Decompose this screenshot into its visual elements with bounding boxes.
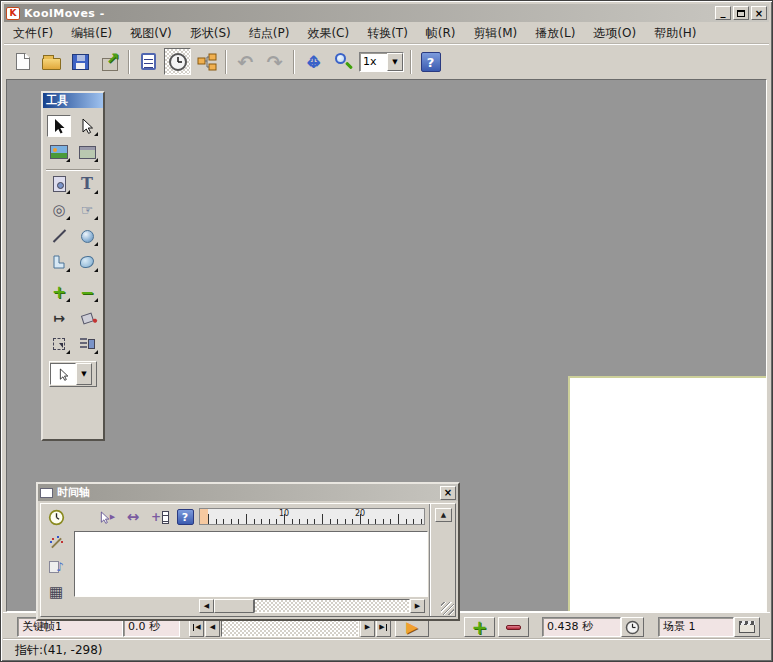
zoom-button[interactable] — [329, 48, 356, 75]
timeline-body: ▶ ↔ + ? 10 20 ▲ ♪ ▦ — [40, 503, 456, 617]
menu-transform[interactable]: 转换(T) — [358, 22, 417, 44]
undo-button[interactable]: ↶ — [232, 48, 259, 75]
clock-icon — [168, 52, 188, 72]
select-points-tool[interactable] — [47, 333, 71, 355]
timeline-toggle-button[interactable] — [164, 48, 191, 75]
timeline-clock-button[interactable] — [44, 507, 68, 527]
timeline-effects-button[interactable] — [44, 532, 68, 554]
ruler-label-10: 10 — [279, 509, 289, 518]
subselect-tool[interactable] — [75, 115, 99, 137]
export-movie-button[interactable]: ↗ — [96, 48, 123, 75]
timeline-help-button[interactable]: ? — [175, 509, 195, 525]
menu-effect[interactable]: 效果(C) — [298, 22, 358, 44]
minimize-icon: _ — [721, 6, 726, 17]
menu-bar: 文件(F) 编辑(E) 视图(V) 形状(S) 结点(P) 效果(C) 转换(T… — [4, 22, 769, 44]
menu-clip[interactable]: 剪辑(M) — [465, 22, 527, 44]
close-button[interactable]: × — [751, 6, 767, 20]
menu-shape[interactable]: 形状(S) — [181, 22, 240, 44]
plus-icon: + — [472, 619, 488, 635]
open-file-button[interactable] — [38, 48, 65, 75]
menu-point[interactable]: 结点(P) — [240, 22, 299, 44]
scene-name-field[interactable]: 场景 1 — [658, 617, 734, 637]
play-icon: ▶ — [406, 620, 418, 635]
timeline-close-button[interactable]: × — [440, 486, 456, 500]
select-tool[interactable] — [47, 115, 71, 137]
help-icon: ? — [421, 52, 441, 72]
zoom-dropdown-arrow-icon[interactable]: ▼ — [387, 53, 403, 71]
resize-grip-icon[interactable] — [441, 602, 454, 615]
title-bar[interactable]: K KoolMoves - _ × — [4, 4, 769, 22]
scrollbar-track[interactable] — [254, 599, 410, 613]
scroll-left-button[interactable]: ◀ — [199, 599, 214, 613]
minimize-button[interactable]: _ — [715, 6, 731, 20]
menu-play[interactable]: 播放(L) — [526, 22, 584, 44]
polygon-tool[interactable] — [47, 251, 71, 273]
subselect-arrow-icon — [80, 118, 94, 134]
timeline-horizontal-scrollbar[interactable]: ◀ ▶ — [199, 599, 425, 613]
save-button[interactable] — [67, 48, 94, 75]
properties-list-button[interactable] — [135, 48, 162, 75]
menu-frame[interactable]: 帧(R) — [417, 22, 465, 44]
remove-points-tool[interactable]: − — [75, 281, 99, 303]
first-frame-bar-icon — [193, 624, 194, 631]
stretch-arrow-icon: ↔ — [127, 508, 140, 526]
timeline-stretch-button[interactable]: ↔ — [123, 509, 143, 525]
snap-mode-dropdown[interactable]: ▼ — [49, 361, 97, 387]
scrollbar-thumb[interactable] — [214, 599, 254, 613]
left-arrow-icon: ◀ — [204, 602, 209, 610]
new-file-button[interactable] — [9, 48, 36, 75]
menu-view[interactable]: 视图(V) — [121, 22, 181, 44]
menu-file[interactable]: 文件(F) — [4, 22, 62, 44]
clapperboard-icon — [739, 621, 755, 633]
object-tree-button[interactable] — [193, 48, 220, 75]
import-image-tool[interactable] — [47, 141, 71, 163]
window-title: KoolMoves - — [24, 7, 713, 20]
help-button[interactable]: ? — [417, 48, 444, 75]
image-icon — [50, 145, 68, 159]
tools-palette-title[interactable]: 工具 — [43, 93, 103, 108]
timing-button[interactable] — [621, 617, 644, 637]
timeline-title: 时间轴 — [57, 485, 438, 500]
media-player-tool[interactable] — [47, 173, 71, 195]
tools-palette: 工具 T ◎ ☞ + — [41, 91, 105, 441]
freehand-tool[interactable] — [75, 251, 99, 273]
timeline-scroll-up-button[interactable]: ▲ — [435, 508, 452, 522]
timeline-title-bar[interactable]: 时间轴 × — [38, 484, 458, 501]
redo-button[interactable]: ↷ — [261, 48, 288, 75]
move-arrows-icon: ↔↕ — [304, 52, 324, 72]
movie-clip-tool[interactable]: ◎ — [47, 199, 71, 221]
timeline-ruler[interactable]: 10 20 — [199, 508, 425, 525]
window-tool[interactable] — [75, 141, 99, 163]
timeline-add-frame-button[interactable]: + — [149, 509, 171, 525]
pointer-coordinates: 指针:(41, -298) — [15, 642, 103, 659]
delete-keyframe-button[interactable] — [498, 617, 529, 637]
selection-box-icon — [53, 338, 65, 350]
timeline-grid-button[interactable]: ▦ — [44, 581, 68, 603]
timeline-frames-area[interactable] — [74, 531, 428, 597]
select-arrow-icon — [52, 118, 66, 134]
menu-options[interactable]: 选项(O) — [584, 22, 645, 44]
pan-button[interactable]: ↔↕ — [300, 48, 327, 75]
last-frame-bar-icon — [386, 624, 387, 631]
add-keyframe-button[interactable]: + — [464, 617, 495, 637]
transform-tool[interactable]: ↦ — [47, 307, 71, 329]
line-tool[interactable] — [47, 225, 71, 247]
align-tool[interactable] — [75, 333, 99, 355]
button-tool[interactable]: ☞ — [75, 199, 99, 221]
maximize-button[interactable] — [733, 6, 749, 20]
text-icon: T — [81, 176, 93, 192]
scroll-right-button[interactable]: ▶ — [410, 599, 425, 613]
timeline-select-frames-button[interactable]: ▶ — [97, 509, 117, 525]
menu-edit[interactable]: 编辑(E) — [62, 22, 121, 44]
add-points-tool[interactable]: + — [47, 281, 71, 303]
fill-tool[interactable] — [75, 307, 99, 329]
text-tool[interactable]: T — [75, 173, 99, 195]
timeline-sound-button[interactable]: ♪ — [44, 556, 68, 578]
zoom-level-combo[interactable]: 1x ▼ — [359, 52, 404, 72]
oval-tool[interactable] — [75, 225, 99, 247]
document-canvas[interactable] — [568, 376, 766, 611]
scene-manager-button[interactable] — [734, 617, 760, 637]
clip-time-field[interactable]: 0.438 秒 — [542, 617, 621, 637]
menu-help[interactable]: 帮助(H) — [645, 22, 705, 44]
snap-dropdown-arrow-icon[interactable]: ▼ — [76, 363, 92, 385]
